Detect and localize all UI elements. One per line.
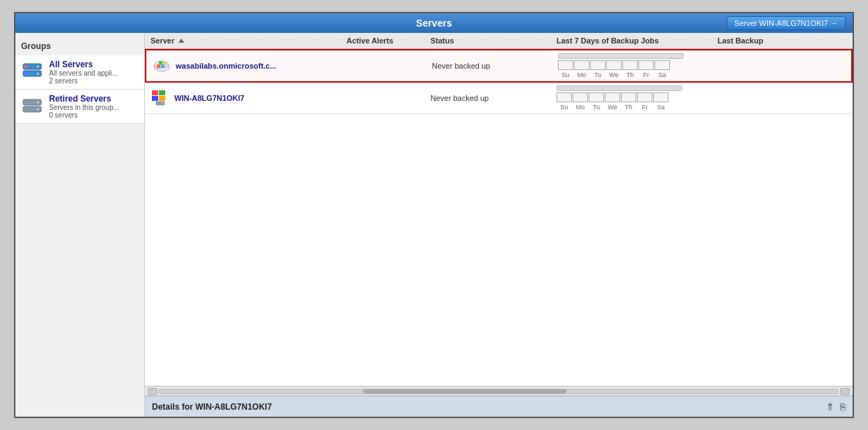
- scrollbar-thumb[interactable]: [363, 389, 567, 394]
- retired-servers-count: 0 servers: [49, 111, 119, 119]
- svg-point-8: [37, 102, 39, 104]
- chart-scrollbar-2[interactable]: [556, 85, 682, 91]
- chart-scrollbar-1[interactable]: [558, 53, 684, 59]
- all-servers-name: All Servers: [49, 60, 118, 69]
- scrollbar-track[interactable]: [159, 389, 839, 394]
- horizontal-scrollbar[interactable]: [145, 386, 853, 396]
- svg-rect-4: [24, 65, 27, 68]
- row-status-2: Never backed up: [425, 94, 551, 102]
- day-label-su-1: Su: [558, 71, 573, 78]
- retired-servers-text: Retired Servers Servers in this group...…: [49, 94, 119, 119]
- all-servers-desc: All servers and appli...: [49, 69, 118, 77]
- bottom-bar-icons: ⇑ ⎘: [826, 401, 846, 412]
- cloud-server-icon: [152, 55, 172, 77]
- sort-arrow-icon: [178, 39, 184, 43]
- day-label-we-2: We: [605, 104, 620, 111]
- day-label-fr-2: Fr: [637, 104, 652, 111]
- chart-cell-su-1: [558, 60, 573, 70]
- sidebar-item-all-servers[interactable]: All Servers All servers and appli... 2 s…: [15, 55, 144, 90]
- title-bar: Servers Server WIN-A8LG7N1OKI7 →: [15, 13, 853, 33]
- bottom-bar: Details for WIN-A8LG7N1OKI7 ⇑ ⎘: [145, 396, 853, 417]
- content-area: Groups All Servers: [15, 33, 853, 417]
- chart-cell-sa-2: [653, 92, 668, 102]
- day-label-mo-2: Mo: [573, 104, 588, 111]
- open-external-icon[interactable]: ⎘: [840, 401, 846, 412]
- col-header-alerts: Active Alerts: [341, 36, 425, 45]
- chart-cell-su-2: [556, 92, 572, 102]
- row-server-cell: wasabilabs.onmicrosoft.c...: [146, 55, 342, 77]
- col-header-status: Status: [425, 36, 551, 45]
- chart-cells-2: [556, 92, 706, 102]
- day-label-sa-2: Sa: [653, 104, 668, 111]
- svg-point-22: [162, 102, 163, 104]
- row-backup-chart-1: Su Mo Tu We Th Fr Sa: [552, 53, 713, 78]
- chart-cell-th-1: [622, 60, 638, 70]
- chart-cell-fr-1: [638, 60, 654, 70]
- bottom-bar-title: Details for WIN-A8LG7N1OKI7: [152, 402, 272, 412]
- svg-rect-13: [157, 64, 160, 68]
- day-label-th-2: Th: [621, 104, 636, 111]
- windows-server-icon: [150, 88, 170, 109]
- svg-rect-16: [163, 62, 166, 65]
- chart-cells-1: [558, 60, 708, 70]
- svg-point-3: [37, 73, 39, 75]
- day-label-mo-1: Mo: [574, 71, 589, 78]
- chart-labels-1: Su Mo Tu We Th Fr Sa: [558, 71, 708, 78]
- retired-servers-desc: Servers in this group...: [49, 104, 119, 111]
- day-label-we-1: We: [606, 71, 622, 78]
- table-body: wasabilabs.onmicrosoft.c... Never backed…: [145, 49, 853, 386]
- row-status-1: Never backed up: [426, 62, 552, 70]
- svg-rect-5: [24, 72, 27, 75]
- day-label-fr-1: Fr: [638, 71, 654, 78]
- server-action-button[interactable]: Server WIN-A8LG7N1OKI7 →: [727, 16, 846, 30]
- chart-cell-mo-2: [573, 92, 588, 102]
- svg-rect-15: [159, 61, 162, 64]
- chart-cell-we-2: [605, 92, 620, 102]
- chart-cell-th-2: [621, 92, 636, 102]
- svg-point-2: [37, 66, 39, 68]
- chart-cell-we-1: [606, 60, 622, 70]
- all-servers-icon: [21, 61, 43, 83]
- table-row[interactable]: WIN-A8LG7N1OKI7 Never backed up: [145, 83, 853, 114]
- day-label-tu-2: Tu: [589, 104, 604, 111]
- retired-servers-name: Retired Servers: [49, 94, 119, 104]
- collapse-icon[interactable]: ⇑: [826, 401, 834, 412]
- day-label-th-1: Th: [622, 71, 638, 78]
- retired-servers-icon: [21, 95, 43, 118]
- row-server-cell-2: WIN-A8LG7N1OKI7: [145, 88, 341, 109]
- col-header-last7days: Last 7 Days of Backup Jobs: [551, 36, 712, 45]
- row-backup-chart-2: Su Mo Tu We Th Fr Sa: [551, 85, 712, 111]
- chart-labels-2: Su Mo Tu We Th Fr Sa: [556, 104, 706, 111]
- chart-cell-sa-1: [654, 60, 670, 70]
- sidebar-title: Groups: [15, 39, 144, 55]
- day-label-su-2: Su: [556, 104, 572, 111]
- day-label-tu-1: Tu: [590, 71, 606, 78]
- day-label-sa-1: Sa: [654, 71, 670, 78]
- svg-rect-19: [152, 96, 158, 101]
- col-header-last-backup: Last Backup: [712, 36, 853, 45]
- sidebar: Groups All Servers: [15, 33, 145, 417]
- table-row[interactable]: wasabilabs.onmicrosoft.c... Never backed…: [145, 49, 853, 83]
- window-title: Servers: [416, 18, 451, 29]
- server-name-2: WIN-A8LG7N1OKI7: [174, 94, 244, 102]
- table-header: Server Active Alerts Status Last 7 Days …: [145, 33, 853, 49]
- chart-cell-fr-2: [637, 92, 652, 102]
- main-window: Servers Server WIN-A8LG7N1OKI7 → Groups: [14, 12, 854, 418]
- scroll-right-btn[interactable]: [840, 388, 850, 395]
- col-header-server[interactable]: Server: [145, 36, 341, 45]
- all-servers-text: All Servers All servers and appli... 2 s…: [49, 60, 118, 85]
- svg-rect-17: [152, 90, 158, 95]
- svg-point-9: [37, 109, 39, 111]
- main-panel: Server Active Alerts Status Last 7 Days …: [145, 33, 853, 417]
- svg-rect-18: [159, 90, 165, 95]
- svg-rect-21: [156, 102, 164, 105]
- sidebar-item-retired-servers[interactable]: Retired Servers Servers in this group...…: [15, 90, 144, 124]
- scroll-left-btn[interactable]: [148, 388, 158, 395]
- svg-rect-20: [159, 96, 165, 101]
- server-name-1: wasabilabs.onmicrosoft.c...: [176, 62, 276, 70]
- all-servers-count: 2 servers: [49, 77, 118, 85]
- chart-cell-tu-2: [589, 92, 604, 102]
- chart-cell-tu-1: [590, 60, 606, 70]
- chart-cell-mo-1: [574, 60, 589, 70]
